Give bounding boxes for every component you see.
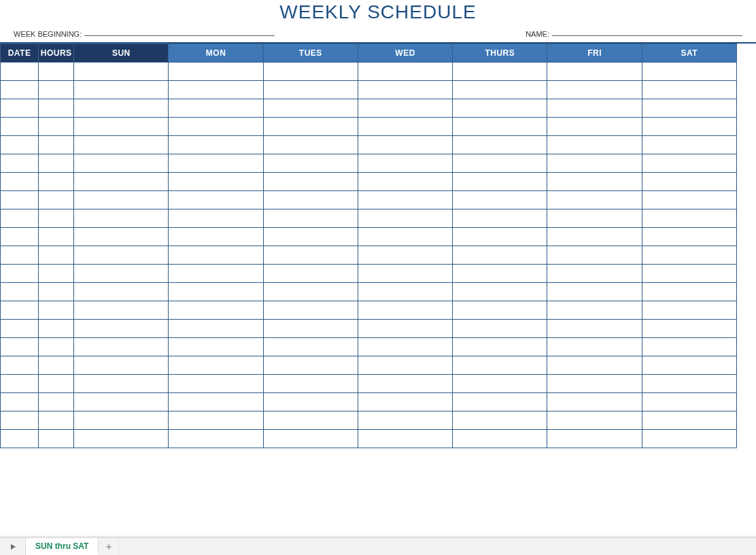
cell-sat[interactable] <box>642 356 736 375</box>
cell-mon[interactable] <box>169 209 263 228</box>
week-beginning-input[interactable] <box>84 35 275 36</box>
cell-sun[interactable] <box>74 246 169 265</box>
cell-thurs[interactable] <box>453 320 547 338</box>
cell-thurs[interactable] <box>453 81 547 99</box>
cell-sun[interactable] <box>74 228 169 246</box>
cell-sun[interactable] <box>74 375 169 393</box>
cell-date[interactable] <box>1 430 39 448</box>
cell-wed[interactable] <box>358 265 452 283</box>
cell-date[interactable] <box>1 81 39 99</box>
cell-hours[interactable] <box>39 430 74 448</box>
cell-date[interactable] <box>1 301 39 320</box>
cell-sun[interactable] <box>74 173 169 191</box>
cell-tues[interactable] <box>263 283 358 301</box>
cell-hours[interactable] <box>39 81 74 99</box>
cell-fri[interactable] <box>547 411 642 430</box>
cell-thurs[interactable] <box>453 154 547 173</box>
cell-tues[interactable] <box>263 265 358 283</box>
cell-fri[interactable] <box>547 136 642 154</box>
cell-tues[interactable] <box>263 191 358 209</box>
cell-fri[interactable] <box>547 99 642 118</box>
cell-hours[interactable] <box>39 411 74 430</box>
cell-mon[interactable] <box>169 411 263 430</box>
cell-thurs[interactable] <box>453 191 547 209</box>
cell-date[interactable] <box>1 228 39 246</box>
cell-fri[interactable] <box>547 430 642 448</box>
cell-mon[interactable] <box>169 99 263 118</box>
sheet-nav-button[interactable] <box>0 538 26 555</box>
cell-thurs[interactable] <box>453 338 547 356</box>
cell-wed[interactable] <box>358 393 452 411</box>
cell-fri[interactable] <box>547 356 642 375</box>
cell-date[interactable] <box>1 154 39 173</box>
cell-sun[interactable] <box>74 118 169 136</box>
cell-hours[interactable] <box>39 356 74 375</box>
cell-fri[interactable] <box>547 246 642 265</box>
cell-sat[interactable] <box>642 173 736 191</box>
cell-thurs[interactable] <box>453 283 547 301</box>
cell-wed[interactable] <box>358 283 452 301</box>
cell-tues[interactable] <box>263 356 358 375</box>
cell-tues[interactable] <box>263 63 358 81</box>
cell-hours[interactable] <box>39 228 74 246</box>
cell-wed[interactable] <box>358 209 452 228</box>
cell-hours[interactable] <box>39 118 74 136</box>
cell-sun[interactable] <box>74 283 169 301</box>
cell-sun[interactable] <box>74 430 169 448</box>
cell-hours[interactable] <box>39 173 74 191</box>
cell-sat[interactable] <box>642 209 736 228</box>
cell-tues[interactable] <box>263 430 358 448</box>
cell-wed[interactable] <box>358 118 452 136</box>
cell-sun[interactable] <box>74 154 169 173</box>
cell-thurs[interactable] <box>453 375 547 393</box>
cell-fri[interactable] <box>547 228 642 246</box>
cell-sat[interactable] <box>642 118 736 136</box>
cell-sun[interactable] <box>74 99 169 118</box>
cell-date[interactable] <box>1 173 39 191</box>
cell-date[interactable] <box>1 411 39 430</box>
cell-wed[interactable] <box>358 99 452 118</box>
cell-tues[interactable] <box>263 154 358 173</box>
cell-thurs[interactable] <box>453 430 547 448</box>
cell-sun[interactable] <box>74 338 169 356</box>
cell-hours[interactable] <box>39 136 74 154</box>
cell-hours[interactable] <box>39 154 74 173</box>
cell-wed[interactable] <box>358 356 452 375</box>
cell-fri[interactable] <box>547 338 642 356</box>
cell-sat[interactable] <box>642 393 736 411</box>
cell-thurs[interactable] <box>453 209 547 228</box>
cell-hours[interactable] <box>39 246 74 265</box>
cell-thurs[interactable] <box>453 63 547 81</box>
cell-date[interactable] <box>1 375 39 393</box>
cell-sat[interactable] <box>642 320 736 338</box>
cell-tues[interactable] <box>263 375 358 393</box>
cell-mon[interactable] <box>169 191 263 209</box>
cell-mon[interactable] <box>169 136 263 154</box>
cell-tues[interactable] <box>263 393 358 411</box>
cell-tues[interactable] <box>263 99 358 118</box>
cell-mon[interactable] <box>169 356 263 375</box>
name-input[interactable] <box>552 35 742 36</box>
cell-thurs[interactable] <box>453 246 547 265</box>
cell-mon[interactable] <box>169 375 263 393</box>
cell-sat[interactable] <box>642 81 736 99</box>
cell-mon[interactable] <box>169 320 263 338</box>
cell-sat[interactable] <box>642 265 736 283</box>
cell-sat[interactable] <box>642 338 736 356</box>
cell-sun[interactable] <box>74 393 169 411</box>
cell-fri[interactable] <box>547 301 642 320</box>
cell-fri[interactable] <box>547 393 642 411</box>
cell-date[interactable] <box>1 99 39 118</box>
cell-date[interactable] <box>1 338 39 356</box>
cell-sat[interactable] <box>642 283 736 301</box>
cell-hours[interactable] <box>39 375 74 393</box>
cell-thurs[interactable] <box>453 136 547 154</box>
cell-wed[interactable] <box>358 228 452 246</box>
cell-tues[interactable] <box>263 320 358 338</box>
cell-tues[interactable] <box>263 118 358 136</box>
cell-wed[interactable] <box>358 246 452 265</box>
cell-sun[interactable] <box>74 136 169 154</box>
cell-sat[interactable] <box>642 154 736 173</box>
cell-date[interactable] <box>1 356 39 375</box>
cell-date[interactable] <box>1 265 39 283</box>
